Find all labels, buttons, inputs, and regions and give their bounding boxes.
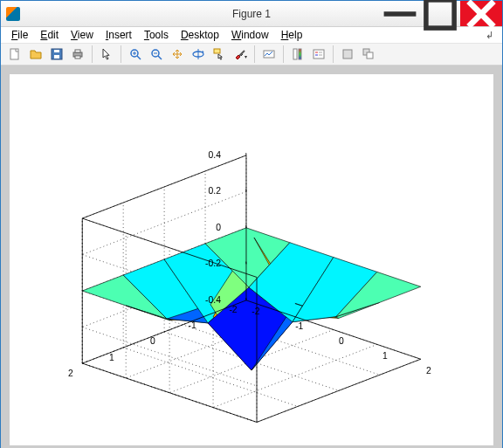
svg-rect-22 [264,51,274,58]
legend-button[interactable] [308,44,329,65]
svg-text:1: 1 [382,351,388,361]
toolbar-separator [254,45,255,63]
svg-rect-1 [426,0,454,28]
svg-line-12 [137,56,141,59]
menu-help[interactable]: Help [276,27,308,43]
svg-line-103 [82,363,257,422]
toolbar: ▾ [1,44,502,65]
menu-edit[interactable]: Edit [35,27,64,43]
rotate3d-button[interactable] [188,44,209,65]
zoom-out-button[interactable] [146,44,167,65]
open-button[interactable] [25,44,46,65]
menu-file[interactable]: File [6,27,33,43]
svg-rect-32 [367,52,373,59]
svg-text:2: 2 [68,369,73,378]
toolbar-separator [92,45,93,63]
link-plot-button[interactable] [258,44,279,65]
svg-text:2: 2 [426,366,431,376]
new-figure-button[interactable] [4,44,25,65]
titlebar[interactable]: Figure 1 [1,1,502,27]
toolbar-separator [333,45,334,63]
svg-rect-23 [293,49,297,59]
menu-tools[interactable]: Tools [139,27,174,43]
svg-text:0: 0 [339,336,344,346]
toolbar-separator [283,45,284,63]
svg-text:▾: ▾ [245,54,247,59]
svg-rect-30 [343,50,352,59]
maximize-button[interactable] [420,1,460,26]
svg-text:0: 0 [150,336,155,346]
figure-window: Figure 1 File Edit View Insert Tools Des… [0,0,503,448]
print-button[interactable] [67,44,88,65]
svg-line-102 [257,359,421,422]
pointer-button[interactable] [96,44,117,65]
zoom-in-button[interactable] [125,44,146,65]
svg-rect-9 [75,50,80,52]
menu-insert[interactable]: Insert [100,27,137,43]
svg-text:0: 0 [216,223,221,232]
svg-text:0.2: 0.2 [209,186,222,196]
menu-desktop[interactable]: Desktop [176,27,224,43]
svg-rect-19 [214,49,220,53]
svg-text:1: 1 [109,353,114,362]
svg-line-50 [123,348,298,406]
brush-button[interactable]: ▾ [230,44,251,65]
close-button[interactable] [460,1,502,26]
svg-rect-10 [75,56,80,59]
save-button[interactable] [46,44,67,65]
minimize-button[interactable] [380,1,420,26]
svg-rect-25 [314,50,324,59]
svg-line-16 [158,56,162,59]
svg-text:-2: -2 [252,307,259,316]
plot-area: -0.4-0.200.20.4-2-1012-2-1012 [1,65,502,448]
axes-3d[interactable]: -0.4-0.200.20.4-2-1012-2-1012 [10,74,493,445]
menu-window[interactable]: Window [226,27,274,43]
toolbar-separator [121,45,121,63]
svg-rect-6 [54,55,59,59]
svg-rect-4 [10,49,18,59]
show-plottools-button[interactable] [358,44,379,65]
svg-text:-0.4: -0.4 [205,295,221,305]
svg-line-106 [82,155,246,218]
svg-rect-24 [299,49,301,59]
datacursor-button[interactable] [209,44,230,65]
menu-view[interactable]: View [65,27,99,43]
matlab-icon [6,7,20,21]
svg-text:0.4: 0.4 [209,150,222,160]
pan-button[interactable] [167,44,188,65]
svg-text:-1: -1 [295,321,303,331]
colorbar-button[interactable] [287,44,308,65]
svg-rect-7 [54,50,59,52]
hide-plottools-button[interactable] [337,44,358,65]
